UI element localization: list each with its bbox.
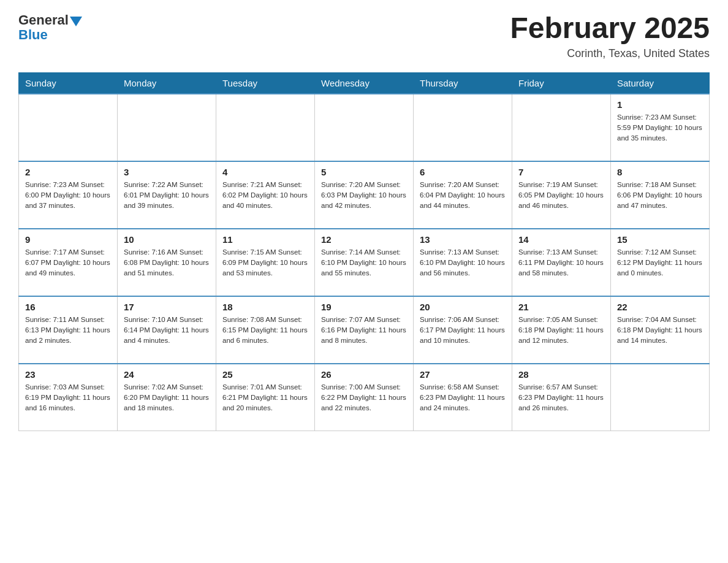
day-number: 18 <box>222 302 308 312</box>
day-info: Sunrise: 7:11 AM Sunset: 6:13 PM Dayligh… <box>25 315 111 347</box>
calendar-cell <box>414 94 512 161</box>
weekday-header-tuesday: Tuesday <box>216 72 315 94</box>
calendar-cell: 10Sunrise: 7:16 AM Sunset: 6:08 PM Dayli… <box>118 229 216 296</box>
calendar-cell: 2Sunrise: 7:23 AM Sunset: 6:00 PM Daylig… <box>19 161 118 229</box>
calendar-cell: 27Sunrise: 6:58 AM Sunset: 6:23 PM Dayli… <box>414 364 512 431</box>
day-number: 17 <box>124 302 210 312</box>
weekday-header-thursday: Thursday <box>414 72 512 94</box>
day-number: 24 <box>124 369 210 380</box>
day-info: Sunrise: 7:23 AM Sunset: 5:59 PM Dayligh… <box>617 112 703 144</box>
logo-blue-text: Blue <box>18 27 48 43</box>
calendar-cell: 24Sunrise: 7:02 AM Sunset: 6:20 PM Dayli… <box>118 364 216 431</box>
day-info: Sunrise: 7:05 AM Sunset: 6:18 PM Dayligh… <box>518 315 604 347</box>
day-number: 19 <box>321 302 407 312</box>
calendar-cell: 14Sunrise: 7:13 AM Sunset: 6:11 PM Dayli… <box>512 229 611 296</box>
day-number: 6 <box>420 167 506 177</box>
calendar-cell <box>19 94 118 161</box>
calendar-cell <box>611 364 710 431</box>
day-info: Sunrise: 7:22 AM Sunset: 6:01 PM Dayligh… <box>124 180 210 212</box>
day-info: Sunrise: 7:06 AM Sunset: 6:17 PM Dayligh… <box>420 315 506 347</box>
calendar-cell <box>216 94 315 161</box>
day-info: Sunrise: 7:10 AM Sunset: 6:14 PM Dayligh… <box>124 315 210 347</box>
day-number: 26 <box>321 369 407 380</box>
logo-top: General <box>18 12 82 28</box>
day-number: 15 <box>617 234 703 245</box>
day-number: 8 <box>617 167 703 177</box>
day-number: 11 <box>222 234 308 245</box>
day-number: 22 <box>617 302 703 312</box>
day-info: Sunrise: 7:01 AM Sunset: 6:21 PM Dayligh… <box>222 382 308 414</box>
day-info: Sunrise: 7:13 AM Sunset: 6:10 PM Dayligh… <box>420 247 506 279</box>
day-info: Sunrise: 7:13 AM Sunset: 6:11 PM Dayligh… <box>518 247 604 279</box>
day-info: Sunrise: 6:57 AM Sunset: 6:23 PM Dayligh… <box>518 382 604 414</box>
calendar-cell: 25Sunrise: 7:01 AM Sunset: 6:21 PM Dayli… <box>216 364 315 431</box>
day-info: Sunrise: 7:19 AM Sunset: 6:05 PM Dayligh… <box>518 180 604 212</box>
calendar-cell <box>315 94 414 161</box>
weekday-header-monday: Monday <box>118 72 216 94</box>
calendar-cell <box>118 94 216 161</box>
calendar-cell: 11Sunrise: 7:15 AM Sunset: 6:09 PM Dayli… <box>216 229 315 296</box>
weekday-header-sunday: Sunday <box>19 72 118 94</box>
calendar-cell <box>512 94 611 161</box>
calendar-cell: 21Sunrise: 7:05 AM Sunset: 6:18 PM Dayli… <box>512 296 611 364</box>
calendar-cell: 28Sunrise: 6:57 AM Sunset: 6:23 PM Dayli… <box>512 364 611 431</box>
day-info: Sunrise: 7:14 AM Sunset: 6:10 PM Dayligh… <box>321 247 407 279</box>
day-number: 28 <box>518 369 604 380</box>
calendar-cell: 12Sunrise: 7:14 AM Sunset: 6:10 PM Dayli… <box>315 229 414 296</box>
weekday-header-saturday: Saturday <box>611 72 710 94</box>
month-title: February 2025 <box>510 12 710 45</box>
day-number: 14 <box>518 234 604 245</box>
calendar-cell: 17Sunrise: 7:10 AM Sunset: 6:14 PM Dayli… <box>118 296 216 364</box>
day-info: Sunrise: 7:08 AM Sunset: 6:15 PM Dayligh… <box>222 315 308 347</box>
day-info: Sunrise: 7:03 AM Sunset: 6:19 PM Dayligh… <box>25 382 111 414</box>
day-info: Sunrise: 7:20 AM Sunset: 6:04 PM Dayligh… <box>420 180 506 212</box>
calendar-cell: 23Sunrise: 7:03 AM Sunset: 6:19 PM Dayli… <box>19 364 118 431</box>
day-number: 5 <box>321 167 407 177</box>
calendar-cell: 1Sunrise: 7:23 AM Sunset: 5:59 PM Daylig… <box>611 94 710 161</box>
calendar-cell: 26Sunrise: 7:00 AM Sunset: 6:22 PM Dayli… <box>315 364 414 431</box>
day-number: 23 <box>25 369 111 380</box>
calendar-cell: 9Sunrise: 7:17 AM Sunset: 6:07 PM Daylig… <box>19 229 118 296</box>
day-number: 12 <box>321 234 407 245</box>
calendar-cell: 8Sunrise: 7:18 AM Sunset: 6:06 PM Daylig… <box>611 161 710 229</box>
week-row-5: 23Sunrise: 7:03 AM Sunset: 6:19 PM Dayli… <box>19 364 710 431</box>
day-info: Sunrise: 7:04 AM Sunset: 6:18 PM Dayligh… <box>617 315 703 347</box>
day-number: 1 <box>617 99 703 110</box>
day-number: 10 <box>124 234 210 245</box>
week-row-4: 16Sunrise: 7:11 AM Sunset: 6:13 PM Dayli… <box>19 296 710 364</box>
day-number: 25 <box>222 369 308 380</box>
day-number: 20 <box>420 302 506 312</box>
day-info: Sunrise: 7:07 AM Sunset: 6:16 PM Dayligh… <box>321 315 407 347</box>
calendar-cell: 3Sunrise: 7:22 AM Sunset: 6:01 PM Daylig… <box>118 161 216 229</box>
location-text: Corinth, Texas, United States <box>510 47 710 60</box>
weekday-header-row: SundayMondayTuesdayWednesdayThursdayFrid… <box>19 72 710 94</box>
calendar-cell: 16Sunrise: 7:11 AM Sunset: 6:13 PM Dayli… <box>19 296 118 364</box>
day-number: 27 <box>420 369 506 380</box>
calendar-cell: 22Sunrise: 7:04 AM Sunset: 6:18 PM Dayli… <box>611 296 710 364</box>
day-info: Sunrise: 6:58 AM Sunset: 6:23 PM Dayligh… <box>420 382 506 414</box>
page-header: General Blue February 2025 Corinth, Texa… <box>18 12 710 60</box>
weekday-header-friday: Friday <box>512 72 611 94</box>
day-number: 16 <box>25 302 111 312</box>
day-number: 9 <box>25 234 111 245</box>
calendar-table: SundayMondayTuesdayWednesdayThursdayFrid… <box>18 72 710 432</box>
week-row-3: 9Sunrise: 7:17 AM Sunset: 6:07 PM Daylig… <box>19 229 710 296</box>
day-info: Sunrise: 7:18 AM Sunset: 6:06 PM Dayligh… <box>617 180 703 212</box>
day-info: Sunrise: 7:21 AM Sunset: 6:02 PM Dayligh… <box>222 180 308 212</box>
calendar-cell: 13Sunrise: 7:13 AM Sunset: 6:10 PM Dayli… <box>414 229 512 296</box>
day-info: Sunrise: 7:12 AM Sunset: 6:12 PM Dayligh… <box>617 247 703 279</box>
day-info: Sunrise: 7:17 AM Sunset: 6:07 PM Dayligh… <box>25 247 111 279</box>
day-number: 7 <box>518 167 604 177</box>
calendar-cell: 20Sunrise: 7:06 AM Sunset: 6:17 PM Dayli… <box>414 296 512 364</box>
calendar-cell: 5Sunrise: 7:20 AM Sunset: 6:03 PM Daylig… <box>315 161 414 229</box>
day-number: 13 <box>420 234 506 245</box>
week-row-2: 2Sunrise: 7:23 AM Sunset: 6:00 PM Daylig… <box>19 161 710 229</box>
day-number: 2 <box>25 167 111 177</box>
calendar-cell: 4Sunrise: 7:21 AM Sunset: 6:02 PM Daylig… <box>216 161 315 229</box>
day-number: 21 <box>518 302 604 312</box>
day-number: 4 <box>222 167 308 177</box>
title-section: February 2025 Corinth, Texas, United Sta… <box>510 12 710 60</box>
logo-general-text: General <box>18 12 69 28</box>
calendar-cell: 7Sunrise: 7:19 AM Sunset: 6:05 PM Daylig… <box>512 161 611 229</box>
calendar-cell: 6Sunrise: 7:20 AM Sunset: 6:04 PM Daylig… <box>414 161 512 229</box>
